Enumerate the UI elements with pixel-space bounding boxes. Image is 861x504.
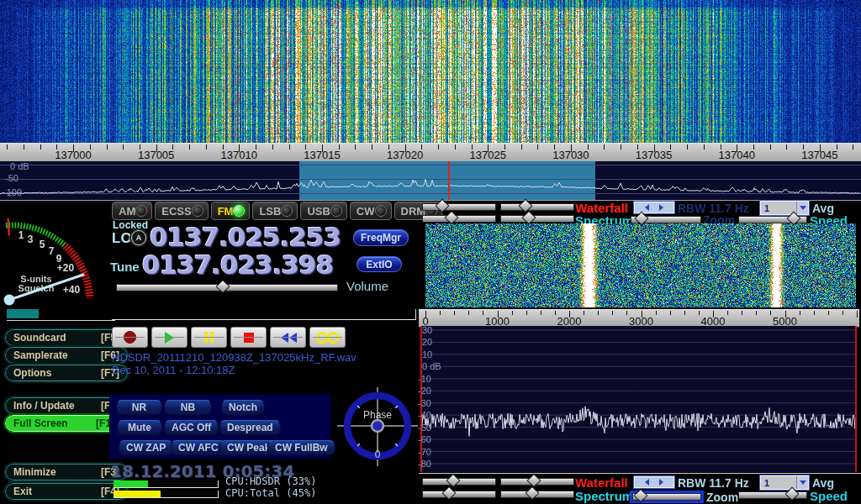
led-icon xyxy=(281,205,293,217)
notch-button[interactable]: Notch xyxy=(221,400,265,415)
slider-thumb[interactable] xyxy=(527,474,541,488)
record-icon xyxy=(124,331,136,344)
main-spectrum-display[interactable] xyxy=(0,161,861,200)
cpu-hdsdr-label: CPU:HDSDR (33%) xyxy=(225,475,316,487)
wf-contrast-slider-top[interactable] xyxy=(500,203,574,211)
right-arrow-icon[interactable] xyxy=(659,204,663,211)
mode-am-button[interactable]: AM xyxy=(112,202,152,220)
tune-frequency-display[interactable]: 0137.023.398 xyxy=(142,252,333,277)
avg-select-top[interactable]: 1 xyxy=(760,201,809,215)
zoom-frequency-scale[interactable]: 010002000300040005000 xyxy=(419,309,859,328)
sp-contrast-slider-top[interactable] xyxy=(500,215,574,223)
slider-thumb[interactable] xyxy=(526,486,540,501)
sp-brightness-slider-bottom[interactable] xyxy=(422,491,496,498)
slider-thumb[interactable] xyxy=(441,486,456,501)
recording-timestamp: Dec 10, 2011 - 12:10:18Z xyxy=(112,364,235,376)
speed-slider-bottom[interactable] xyxy=(738,491,807,499)
chevron-down-icon[interactable] xyxy=(796,202,808,214)
options-button[interactable]: Options[F7] xyxy=(5,365,128,381)
mode-label: LSB xyxy=(259,205,281,218)
button-label: Info / Update xyxy=(13,400,75,412)
zoom-slider-bottom[interactable] xyxy=(632,493,701,501)
slider-thumb[interactable] xyxy=(518,199,532,213)
wf-brightness-slider-top[interactable] xyxy=(422,203,496,211)
lo-frequency-display[interactable]: 0137.025.253 xyxy=(150,224,341,249)
zoom-slider-top[interactable] xyxy=(631,216,701,223)
scale-tick xyxy=(621,144,621,150)
db-label: -50 xyxy=(418,423,431,433)
despread-button[interactable]: Despread xyxy=(219,420,281,435)
cw-fullbw-button[interactable]: CW FullBw xyxy=(267,440,335,455)
right-arrow-icon[interactable] xyxy=(659,479,663,486)
phase-display[interactable]: Phase 0 xyxy=(335,382,420,470)
smeter-green-arc xyxy=(6,225,66,246)
zoom-spectrum-display[interactable] xyxy=(420,326,857,472)
nb-button[interactable]: NB xyxy=(164,400,212,415)
divider xyxy=(112,319,416,320)
agc-off-button[interactable]: AGC Off xyxy=(164,420,219,435)
slider-thumb[interactable] xyxy=(521,211,536,225)
scale-tick xyxy=(704,144,705,150)
scale-tick xyxy=(770,311,771,315)
avg-select-bottom[interactable]: 1 xyxy=(760,475,809,490)
record-button[interactable] xyxy=(112,327,148,348)
slider-thumb[interactable] xyxy=(445,211,459,225)
pause-button[interactable] xyxy=(191,327,227,348)
mode-usb-button[interactable]: USB xyxy=(300,202,346,220)
nr-button[interactable]: NR xyxy=(116,400,162,415)
stop-button[interactable] xyxy=(230,327,267,348)
play-button[interactable] xyxy=(151,327,188,348)
sp-contrast-slider-bottom[interactable] xyxy=(500,491,574,498)
cw-zap-button[interactable]: CW ZAP xyxy=(119,440,173,455)
divider xyxy=(419,473,861,474)
loop-button[interactable] xyxy=(309,327,346,348)
wf-contrast-slider-bottom[interactable] xyxy=(500,478,574,486)
mode-label: CW xyxy=(357,205,375,218)
rewind-button[interactable] xyxy=(270,327,306,348)
exit-button[interactable]: Exit[F4] xyxy=(5,483,128,500)
slider-thumb[interactable] xyxy=(216,280,230,294)
mode-label: FM xyxy=(218,205,234,218)
scale-tick xyxy=(843,311,843,315)
led-icon xyxy=(330,205,342,217)
button-label: Full Screen xyxy=(13,417,68,429)
scale-tick xyxy=(786,144,787,150)
mode-ecss-button[interactable]: ECSS xyxy=(155,202,208,220)
soundcard-button[interactable]: Soundcard[F5] xyxy=(5,329,128,346)
scale-tick xyxy=(537,144,538,150)
slider-thumb[interactable] xyxy=(633,489,647,503)
frequency-label: 137015 xyxy=(304,149,340,161)
samplerate-button[interactable]: Samplerate[F6] xyxy=(5,347,128,364)
db-label: -20 xyxy=(418,386,431,396)
mode-cw-button[interactable]: CW xyxy=(350,202,392,220)
s-meter[interactable]: 1 3 5 7 9 +20 +40 S-units Squelch xyxy=(0,201,109,325)
mode-label: AM xyxy=(119,205,135,218)
cw-afc-button[interactable]: CW AFC xyxy=(171,440,226,455)
chevron-down-icon[interactable] xyxy=(796,476,808,489)
left-arrow-icon[interactable] xyxy=(645,204,649,211)
left-arrow-icon[interactable] xyxy=(645,479,649,486)
frequency-label: 137035 xyxy=(636,149,672,161)
db-label: 0 dB xyxy=(422,361,441,371)
button-label: Soundcard xyxy=(13,332,66,344)
button-label: Exit xyxy=(13,486,32,497)
mode-fm-button[interactable]: FM xyxy=(211,202,251,220)
wf-brightness-slider-bottom[interactable] xyxy=(422,478,496,486)
speed-slider-top[interactable] xyxy=(738,216,807,223)
avg-value: 1 xyxy=(761,478,796,488)
waterfall-scroll-bottom[interactable] xyxy=(634,476,674,488)
scale-tick xyxy=(555,311,556,315)
main-waterfall-display[interactable] xyxy=(0,0,861,143)
lock-auto-icon[interactable]: A xyxy=(131,230,146,245)
slider-thumb[interactable] xyxy=(635,212,649,226)
mute-button[interactable]: Mute xyxy=(117,420,162,435)
main-frequency-scale[interactable]: 1370001370051370101370151370201370251370… xyxy=(0,143,861,163)
zoom-waterfall-display[interactable] xyxy=(425,223,856,307)
sp-brightness-slider-top[interactable] xyxy=(422,215,496,223)
extio-button[interactable]: ExtIO xyxy=(357,256,402,272)
mode-lsb-button[interactable]: LSB xyxy=(252,202,298,220)
freqmgr-button[interactable]: FreqMgr xyxy=(353,229,409,246)
play-icon xyxy=(165,332,174,344)
scale-tick xyxy=(355,144,356,150)
volume-slider[interactable] xyxy=(116,284,338,291)
